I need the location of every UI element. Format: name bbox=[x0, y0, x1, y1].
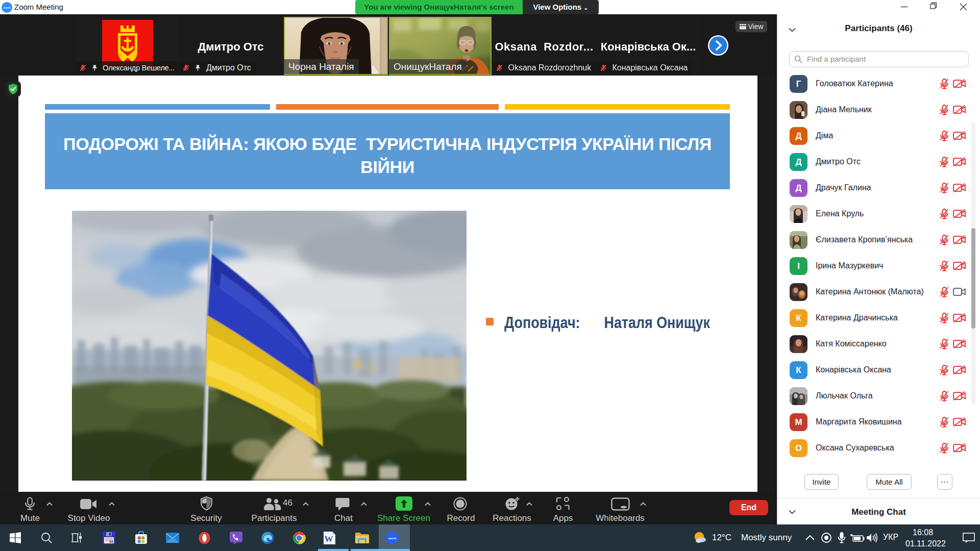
svg-text:zoom: zoom bbox=[388, 537, 397, 540]
svg-text:zoom: zoom bbox=[3, 6, 10, 9]
svg-text:64: 64 bbox=[109, 540, 113, 543]
svg-text:W: W bbox=[325, 534, 333, 544]
